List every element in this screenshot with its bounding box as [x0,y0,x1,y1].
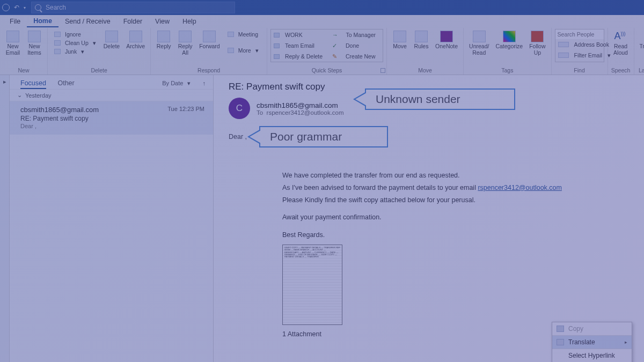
forward-button[interactable]: Forward [197,29,222,51]
new-items-button[interactable]: NewItems [25,29,44,57]
tab-focused[interactable]: Focused [20,79,46,89]
qs-team-email[interactable]: Team Email [271,40,327,51]
undo-icon[interactable]: ↶ [14,4,19,11]
group-respond-title: Respond [151,67,267,73]
group-find-title: Find [552,67,608,73]
group-quicksteps-title: Quick Steps [267,67,386,73]
reading-pane: RE: Payment swift copy C cbsmith1865@gma… [214,75,644,362]
group-tags-title: Tags [464,67,551,73]
folder-move-icon [393,31,406,42]
tab-file[interactable]: File [3,16,27,27]
message-list: Focused Other By Date ▾ ↑ ⌄Yesterday cbs… [10,75,214,362]
reply-all-button[interactable]: ReplyAll [175,29,195,57]
context-menu: Copy Translate▸ Select Hyperlink Open Hy… [552,322,632,362]
followup-button[interactable]: FollowUp [527,29,547,57]
new-email-button[interactable]: NewEmail [3,29,23,57]
categorize-button[interactable]: Categorize [493,29,525,51]
reply-icon [157,31,170,42]
qs-create-new[interactable]: ✎ Create New [327,51,383,62]
email-to[interactable]: rspencer3412@outlook.com [267,109,344,116]
read-aloud-button[interactable]: A)))ReadAloud [611,29,631,57]
chevron-right-icon: ▸ [625,339,627,345]
forward-icon [203,31,216,42]
flag-icon [274,33,280,38]
menu-copy: Copy [552,322,632,335]
group-language: Translate Language [634,28,644,75]
sync-icon[interactable] [2,4,10,11]
email-body: We have completed the transfer from our … [282,171,615,240]
junk-button[interactable]: Junk ▾ [52,47,98,56]
trash-icon [105,31,118,42]
move-button[interactable]: Move [390,29,409,51]
tab-help[interactable]: Help [176,16,203,27]
attachment-thumbnail[interactable]: SWIFT COPY — PAYMENT DETAILS — TRANSFER … [282,245,342,325]
tab-folder[interactable]: Folder [117,16,149,27]
sort-button[interactable]: By Date ▾ ↑ [162,80,206,87]
envelope-icon [473,31,486,42]
tab-other[interactable]: Other [57,79,74,87]
cleanup-button[interactable]: Clean Up ▾ [52,39,98,47]
chevron-down-icon: ▾ [187,80,191,87]
quicksteps-gallery[interactable]: WORK Team Email Reply & Delete → To Mana… [270,29,383,62]
tab-home[interactable]: Home [27,16,58,27]
ignore-button[interactable]: Ignore [52,30,98,39]
reply-all-icon [179,31,192,42]
message-from: cbsmith1865@gmail.com [20,106,99,114]
tab-send-receive[interactable]: Send / Receive [58,16,117,27]
search-icon [35,4,41,11]
ignore-icon [54,32,61,37]
date-group-header[interactable]: ⌄Yesterday [10,89,213,101]
onenote-button[interactable]: OneNote [433,29,460,51]
items-icon [28,31,41,42]
sender-avatar[interactable]: C [229,98,250,119]
group-delete-title: Delete [48,67,150,73]
qs-work[interactable]: WORK [271,29,327,40]
callout-poor-grammar: Poor grammar [259,126,388,147]
copy-icon [557,326,564,332]
search-box[interactable]: Search [31,2,235,13]
tab-view[interactable]: View [149,16,176,27]
mail-icon [274,43,280,48]
reply-button[interactable]: Reply [154,29,173,51]
group-quicksteps: WORK Team Email Reply & Delete → To Mana… [267,28,387,75]
message-preview: Dear , [20,123,204,129]
rules-icon [415,31,428,42]
qs-reply-delete[interactable]: Reply & Delete [271,51,327,62]
junk-icon [54,49,61,54]
search-placeholder: Search [46,4,66,11]
group-move-title: Move [387,67,463,73]
delete-button[interactable]: Delete [101,29,122,51]
meeting-button[interactable]: Meeting [225,30,262,39]
chevron-down-icon: ⌄ [17,92,22,99]
qs-to-manager[interactable]: → To Manager [327,29,383,40]
folder-rail-collapsed[interactable]: ▸ [0,75,10,362]
qat-dropdown-icon[interactable]: ▾ [24,5,26,10]
group-language-title: Language [634,67,644,73]
callout-unknown-sender: Unknown sender [365,88,515,110]
group-tags: Unread/Read Categorize FollowUp Tags [464,28,551,75]
email-from[interactable]: cbsmith1865@gmail.com [257,101,344,109]
translate-icon [557,339,564,345]
more-respond-button[interactable]: More ▾ [225,46,262,55]
unread-read-button[interactable]: Unread/Read [467,29,491,57]
quicksteps-launcher-icon[interactable] [380,68,385,73]
rules-button[interactable]: Rules [412,29,431,51]
menu-translate[interactable]: Translate▸ [552,335,632,349]
qs-done[interactable]: ✓ Done [327,40,383,51]
menu-select-hyperlink[interactable]: Select Hyperlink [552,349,632,362]
group-speech-title: Speech [608,67,634,73]
message-item[interactable]: cbsmith1865@gmail.comTue 12:23 PM RE: Pa… [10,101,213,135]
arrow-up-icon: ↑ [203,80,206,86]
search-people-input[interactable] [555,29,604,39]
message-subject: RE: Payment swift copy [20,115,204,122]
inline-email-link[interactable]: rspencer3412@outlook.com [478,184,562,191]
menu-bar: File Home Send / Receive Folder View Hel… [0,15,644,28]
content-area: ▸ Focused Other By Date ▾ ↑ ⌄Yesterday c… [0,75,644,362]
translate-button[interactable]: Translate [638,29,644,51]
mail-icon [6,31,19,42]
address-book-button[interactable]: Address Book [555,39,604,50]
archive-button[interactable]: Archive [124,29,147,51]
filter-email-button[interactable]: Filter Email ▾ [555,50,604,61]
group-respond: Reply ReplyAll Forward Meeting More ▾ Re… [151,28,267,75]
cleanup-icon [54,40,61,46]
